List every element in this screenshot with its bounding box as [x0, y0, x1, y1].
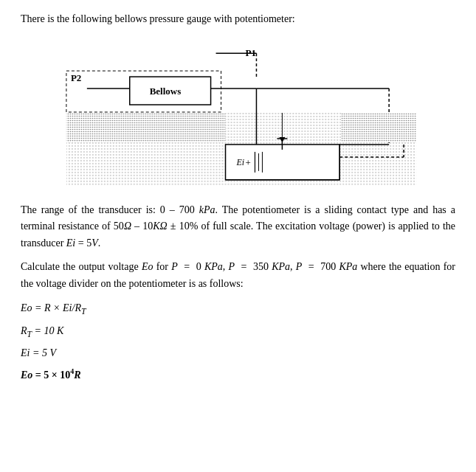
equation-1-block: Eo = R × Ei/RT [21, 299, 455, 319]
equation-1: Eo = R × Ei/RT [21, 302, 86, 313]
equation-3-block: Ei = 5 V [21, 344, 455, 362]
diagram-area: P2 Bellows P1 Eo [21, 35, 455, 190]
intro-paragraph: There is the following bellows pressure … [21, 13, 455, 25]
equation-2: RT = 10 K [21, 325, 63, 336]
equation-4: Eo = 5 × 104R [21, 369, 81, 381]
equation-4-block: Eo = 5 × 104R [21, 365, 455, 384]
body-paragraph-1: The range of the transducer is: 0 – 700 … [21, 202, 455, 251]
body-paragraph-2: Calculate the output voltage Eo for P = … [21, 259, 455, 292]
p2-label: P2 [71, 72, 81, 83]
bellows-label: Bellows [150, 86, 182, 97]
circuit-diagram: P2 Bellows P1 Eo [21, 35, 455, 190]
equation-2-block: RT = 10 K [21, 322, 455, 342]
equation-3: Ei = 5 V [21, 347, 56, 358]
svg-rect-27 [341, 113, 416, 142]
svg-rect-26 [66, 113, 226, 142]
ei-label: Ei [236, 157, 245, 167]
plus-symbol: + [245, 157, 250, 168]
